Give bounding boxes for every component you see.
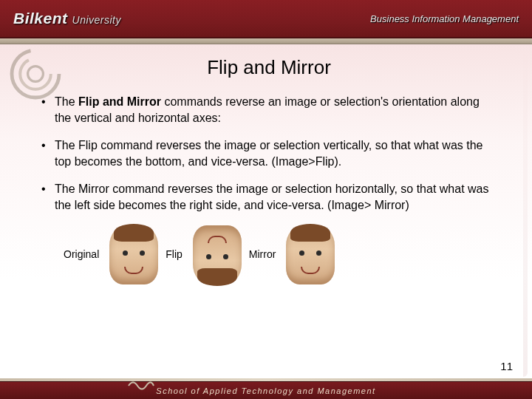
- footer-text: School of Applied Technology and Managem…: [156, 386, 375, 395]
- examples-row: Original Flip Mirror: [62, 225, 498, 284]
- slide-title: Flip and Mirror: [40, 55, 498, 81]
- page-number: 11: [500, 360, 513, 372]
- example-image-mirror: [286, 225, 335, 284]
- brand: Bilkent University: [13, 10, 121, 27]
- example-label-mirror: Mirror: [249, 248, 276, 262]
- bullet-item: The Mirror command reverses the image or…: [40, 181, 498, 213]
- example-label-original: Original: [64, 248, 99, 262]
- header-subbar: [0, 38, 532, 44]
- bullet-bold: Flip and Mirror: [78, 95, 161, 108]
- header-bar: Bilkent University Business Information …: [0, 0, 532, 38]
- right-ornament: [523, 46, 528, 377]
- bullet-pre: The: [55, 95, 78, 108]
- footer-bar: School of Applied Technology and Managem…: [0, 381, 532, 399]
- bullet-item: The Flip and Mirror commands reverse an …: [40, 94, 498, 126]
- example-image-flip: [193, 225, 242, 284]
- example-image-original: [109, 225, 158, 284]
- example-label-flip: Flip: [166, 248, 183, 262]
- bullet-text: The Mirror command reverses the image or…: [55, 183, 489, 211]
- slide-content: Flip and Mirror The Flip and Mirror comm…: [40, 55, 498, 284]
- bullet-text: The Flip command reverses the image or s…: [55, 139, 483, 168]
- knot-ornament-icon: [126, 379, 155, 392]
- brand-main: Bilkent: [13, 10, 68, 27]
- bullet-list: The Flip and Mirror commands reverse an …: [40, 94, 498, 214]
- bullet-item: The Flip command reverses the image or s…: [40, 137, 498, 169]
- department-label: Business Information Management: [370, 13, 519, 24]
- brand-sub: University: [72, 14, 121, 26]
